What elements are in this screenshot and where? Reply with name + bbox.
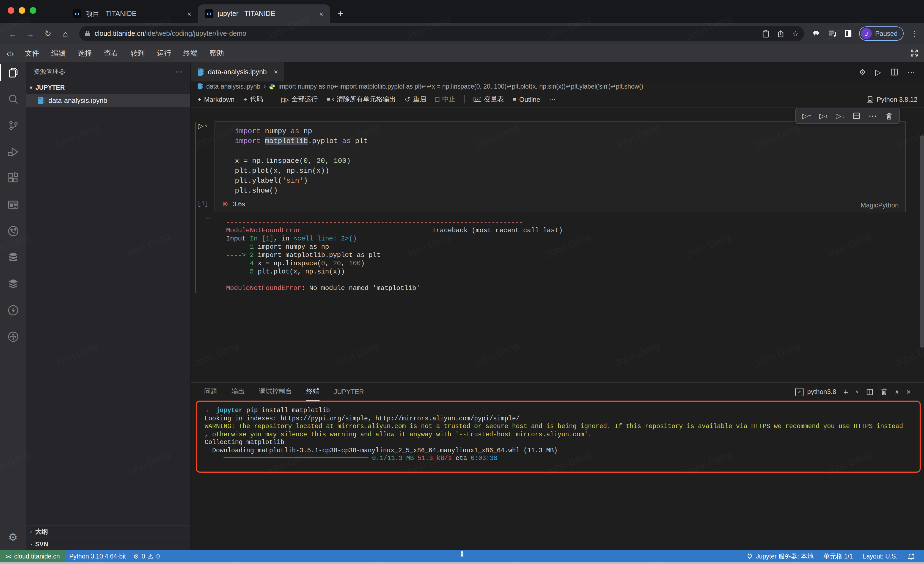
database-icon[interactable] [0, 251, 26, 263]
run-all-button[interactable]: ▷▷全部运行 [281, 95, 318, 104]
execute-above-icon[interactable]: ▷≡ [802, 112, 811, 120]
outline-section[interactable]: › 大纲 [26, 525, 190, 538]
jupyter-server-status[interactable]: Jupyter 服务器: 本地 [742, 552, 817, 560]
playlist-icon[interactable] [829, 30, 837, 38]
source-control-icon[interactable] [0, 119, 26, 131]
browser-tab-jupyter[interactable]: ‹t› jupyter - TITANIDE × [198, 5, 330, 23]
forward-icon[interactable]: → [23, 29, 38, 38]
panel-tab-problems[interactable]: 问题 [204, 383, 217, 400]
share-icon[interactable] [777, 29, 784, 38]
url-text[interactable]: cloud.titanide.cn/ide/web/coding/jupyter… [94, 30, 758, 38]
terminal-dropdown-icon[interactable]: ∨ [855, 389, 859, 394]
notifications-bell-icon[interactable] [904, 553, 918, 560]
fullscreen-icon[interactable] [910, 49, 918, 57]
menu-run[interactable]: 运行 [151, 47, 177, 60]
remote-targets-icon[interactable] [0, 331, 26, 343]
new-tab-button[interactable]: + [338, 8, 344, 23]
file-item-notebook[interactable]: data-analysis.ipynb [26, 94, 190, 107]
explorer-section-jupyter[interactable]: ∨ JUPYTER [26, 81, 190, 94]
interrupt-button[interactable]: 中止 [435, 95, 455, 104]
remote-indicator[interactable]: >< cloud.titanide.cn [0, 550, 66, 562]
lightning-icon[interactable] [0, 304, 26, 316]
live-preview-icon[interactable] [0, 199, 26, 211]
notebook-settings-gear-icon[interactable]: ⚙ [859, 68, 866, 76]
panel-tab-output[interactable]: 输出 [231, 383, 245, 400]
back-icon[interactable]: ← [6, 29, 20, 38]
editor-tab-notebook[interactable]: data-analysis.ipynb × [191, 62, 285, 81]
clipboard-icon[interactable] [762, 29, 769, 38]
toolbar-more-icon[interactable]: ⋯ [549, 95, 555, 103]
menu-file[interactable]: 文件 [19, 47, 45, 60]
python-interpreter[interactable]: Python 3.10.4 64-bit [66, 553, 130, 559]
minimize-window-button[interactable] [19, 7, 25, 14]
close-tab-icon[interactable]: × [274, 68, 278, 76]
panel-tab-debug-console[interactable]: 调试控制台 [259, 383, 292, 400]
menu-help[interactable]: 帮助 [204, 47, 230, 60]
breadcrumb[interactable]: data-analysis.ipynb › import numpy as np… [191, 81, 924, 91]
keyboard-layout[interactable]: Layout: U.S. [859, 553, 902, 559]
menu-terminal[interactable]: 终端 [178, 47, 203, 60]
reload-icon[interactable]: ↻ [41, 29, 55, 39]
run-notebook-icon[interactable]: ▷ [875, 68, 881, 76]
run-debug-icon[interactable] [0, 146, 26, 158]
panel-tab-jupyter[interactable]: JUPYTER [334, 383, 364, 400]
side-panel-icon[interactable] [844, 30, 852, 38]
extensions-icon[interactable] [0, 172, 26, 184]
cell-position[interactable]: 单元格 1/1 [819, 552, 856, 560]
clear-outputs-button[interactable]: ≡x清除所有单元格输出 [327, 95, 396, 104]
restart-kernel-button[interactable]: ↺重启 [405, 95, 426, 104]
new-terminal-icon[interactable]: + [843, 387, 848, 396]
home-icon[interactable]: ⌂ [58, 29, 73, 38]
explorer-icon[interactable] [0, 66, 26, 79]
menu-edit[interactable]: 编辑 [46, 47, 71, 60]
kill-terminal-icon[interactable] [880, 388, 888, 396]
search-icon[interactable] [0, 93, 26, 105]
terminal-output[interactable]: → jupyter pip install matplotlibLooking … [205, 407, 913, 462]
bookmark-star-icon[interactable]: ☆ [792, 29, 799, 38]
breadcrumb-file[interactable]: data-analysis.ipynb [206, 83, 260, 90]
split-terminal-icon[interactable] [866, 388, 873, 396]
run-cells-above-icon[interactable]: ▷↑ [819, 112, 828, 120]
run-cells-below-icon[interactable]: ▷↓ [836, 112, 844, 120]
explorer-more-icon[interactable]: ⋯ [176, 68, 183, 76]
address-bar[interactable]: cloud.titanide.cn/ide/web/coding/jupyter… [79, 26, 804, 41]
run-cell-button[interactable]: ▷ ∨ [198, 122, 208, 130]
git-graph-icon[interactable] [0, 225, 26, 237]
menu-view[interactable]: 查看 [99, 47, 124, 60]
delete-cell-icon[interactable] [885, 112, 892, 120]
breadcrumb-code-summary[interactable]: import numpy as np↵import matplotlib.pyp… [279, 83, 644, 90]
maximize-panel-icon[interactable]: ∧ [895, 388, 899, 396]
close-tab-icon[interactable]: × [319, 10, 323, 18]
code-cell[interactable]: import numpy as npimport matplotlib.pypl… [214, 121, 906, 212]
collapse-chevrons-icon[interactable]: ∧∧ [460, 550, 464, 557]
browser-menu-icon[interactable]: ⋮ [911, 29, 918, 38]
outline-button[interactable]: ≡Outline [513, 95, 540, 103]
cell-more-icon[interactable]: ⋯ [868, 111, 877, 121]
add-markdown-button[interactable]: +Markdown [198, 95, 235, 103]
manage-gear-icon[interactable]: ⚙ [0, 531, 26, 544]
close-panel-icon[interactable]: × [906, 387, 911, 396]
layers-icon[interactable] [0, 278, 26, 290]
kernel-picker[interactable]: Python 3.8.12 [867, 95, 917, 103]
zoom-window-button[interactable] [30, 7, 36, 14]
svn-section[interactable]: › SVN [26, 538, 190, 550]
close-tab-icon[interactable]: × [187, 10, 191, 18]
window-controls[interactable] [8, 7, 36, 14]
profile-badge[interactable]: J Paused [860, 26, 904, 41]
extensions-puzzle-icon[interactable] [813, 29, 821, 38]
variables-button[interactable]: (x)变量表 [474, 95, 504, 104]
editor-more-icon[interactable]: ⋯ [908, 68, 915, 76]
problems-status[interactable]: ⊗ 0 ⚠ 0 [130, 552, 164, 560]
split-editor-icon[interactable] [891, 68, 898, 76]
add-code-button[interactable]: +代码 [243, 95, 263, 104]
editor-scrollbar[interactable] [920, 135, 924, 348]
cell-language[interactable]: MagicPython [861, 202, 899, 209]
shell-label[interactable]: python3.8 [807, 388, 836, 396]
panel-tab-terminal[interactable]: 终端 [306, 383, 320, 400]
menu-goto[interactable]: 转到 [125, 47, 150, 60]
cell-code-editor[interactable]: import numpy as npimport matplotlib.pypl… [215, 122, 905, 197]
close-window-button[interactable] [8, 7, 14, 14]
menu-selection[interactable]: 选择 [72, 47, 98, 60]
output-options-icon[interactable]: ⋯ [204, 214, 211, 222]
browser-tab-project[interactable]: ‹t› 项目 - TITANIDE × [66, 5, 198, 23]
